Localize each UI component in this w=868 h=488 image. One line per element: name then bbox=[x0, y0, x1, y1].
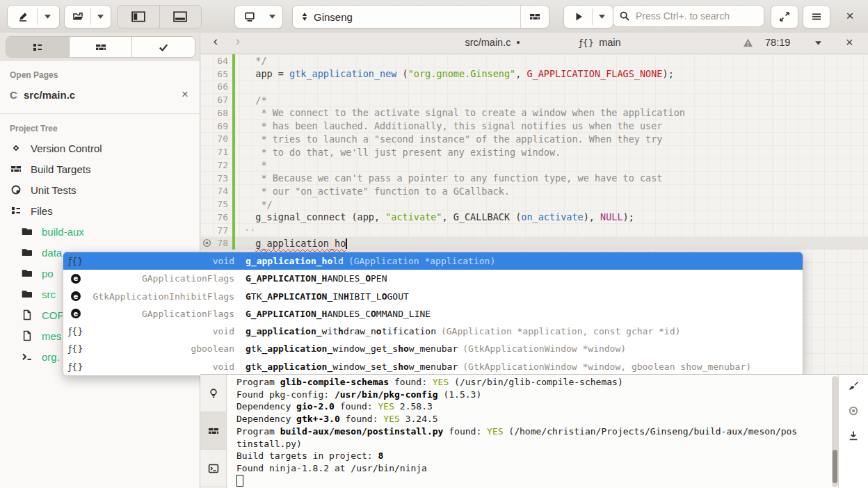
code-line[interactable]: 68 * We connect to the activate signal t… bbox=[200, 106, 868, 120]
code-line[interactable]: 74 * our "on_activate" function to a GCa… bbox=[200, 185, 868, 198]
output-line: Found ninja-1.8.2 at /usr/bin/ninja bbox=[236, 462, 807, 475]
bottom-tab-terminal[interactable] bbox=[200, 450, 226, 487]
line-number[interactable]: 66 bbox=[200, 81, 228, 92]
code-line[interactable]: 78 g_application_ho bbox=[200, 237, 868, 250]
line-number[interactable]: 69 bbox=[200, 121, 228, 131]
diagnostic-dot-icon bbox=[202, 238, 211, 250]
completion-item[interactable]: eGApplicationFlagsG_APPLICATION_HANDLES_… bbox=[63, 305, 803, 323]
menu-button[interactable] bbox=[803, 5, 830, 29]
code-line[interactable]: 73 * Because we can't pass a pointer to … bbox=[200, 172, 868, 185]
cursor-position[interactable]: 78:19 bbox=[765, 37, 790, 48]
run-button[interactable] bbox=[565, 6, 592, 28]
download-icon[interactable] bbox=[848, 430, 859, 441]
code-line[interactable]: 66 bbox=[200, 81, 868, 94]
open-document-split-button[interactable] bbox=[64, 5, 111, 29]
git-icon bbox=[10, 143, 22, 154]
function-badge-icon: ƒ{} bbox=[579, 38, 594, 48]
build-button[interactable] bbox=[520, 6, 549, 28]
panel-toggles bbox=[117, 5, 202, 29]
record-icon[interactable] bbox=[848, 405, 859, 416]
open-page-item[interactable]: C src/main.c × bbox=[0, 84, 200, 105]
nav-forward-button[interactable]: › bbox=[231, 33, 245, 49]
sidebar-item-files[interactable]: Files bbox=[0, 200, 200, 221]
line-number[interactable]: 76 bbox=[200, 212, 228, 222]
edit-split-button[interactable] bbox=[7, 5, 60, 29]
code-segment: ), bbox=[584, 211, 600, 222]
code-line[interactable]: 77·· bbox=[200, 224, 868, 237]
toggle-bottom-panel-button[interactable] bbox=[160, 6, 202, 28]
tab-build-panel[interactable] bbox=[70, 37, 133, 57]
code-line[interactable]: 76 g_signal_connect (app, "activate", G_… bbox=[200, 211, 868, 224]
fullscreen-button[interactable] bbox=[771, 5, 798, 29]
lightbulb-icon bbox=[208, 388, 219, 399]
tree-item-label: Build Targets bbox=[31, 163, 90, 175]
window-close-button[interactable]: × bbox=[840, 6, 860, 26]
completion-item[interactable]: ƒ{}gbooleangtk_application_window_get_sh… bbox=[63, 340, 803, 357]
scrollbar[interactable] bbox=[832, 376, 838, 487]
global-search[interactable] bbox=[613, 5, 764, 27]
bottom-tab-lightbulb[interactable] bbox=[200, 375, 226, 412]
search-input[interactable] bbox=[634, 10, 755, 22]
code-segment: NULL bbox=[600, 211, 623, 222]
device-selector-button[interactable] bbox=[234, 5, 283, 29]
code-line[interactable]: 70 * tries to launch a "second instance"… bbox=[200, 133, 868, 146]
line-number[interactable]: 74 bbox=[200, 186, 228, 196]
output-segment: YES bbox=[383, 414, 399, 424]
scrollbar-thumb[interactable] bbox=[833, 450, 837, 483]
chevron-down-icon[interactable] bbox=[97, 15, 104, 19]
omnibar[interactable]: Ginseng bbox=[292, 5, 549, 29]
return-type: gboolean bbox=[83, 343, 234, 354]
code-line[interactable]: 64 */ bbox=[200, 54, 868, 67]
sidebar-item-version-control[interactable]: Version Control bbox=[0, 138, 200, 158]
symbol-selector[interactable]: ƒ{} main bbox=[579, 37, 621, 48]
line-number[interactable]: 68 bbox=[200, 108, 228, 118]
sidebar-item-unit-tests[interactable]: Unit Tests bbox=[0, 179, 200, 200]
completion-item[interactable]: eGApplicationFlagsG_APPLICATION_HANDLES_… bbox=[63, 270, 803, 287]
line-number[interactable]: 71 bbox=[200, 147, 228, 157]
device-monitor-icon bbox=[244, 11, 255, 22]
line-number[interactable]: 70 bbox=[200, 133, 228, 144]
output-segment: found: bbox=[335, 401, 378, 412]
line-number[interactable]: 65 bbox=[200, 69, 228, 79]
completion-item[interactable]: ƒ{}voidg_application_hold(GApplication *… bbox=[63, 252, 803, 270]
run-options-button[interactable] bbox=[593, 6, 612, 28]
line-number[interactable]: 77 bbox=[200, 225, 228, 236]
sidebar-item-build-targets[interactable]: Build Targets bbox=[0, 158, 200, 179]
tree-file-item[interactable]: build-aux bbox=[0, 221, 200, 242]
warning-icon[interactable] bbox=[743, 38, 753, 48]
return-type: GtkApplicationInhibitFlags bbox=[83, 291, 234, 302]
play-icon bbox=[573, 11, 584, 22]
toggle-left-panel-button[interactable] bbox=[118, 6, 159, 28]
output-line: Dependency gio-2.0 found: YES 2.58.3 bbox=[236, 400, 807, 413]
completion-item[interactable]: ƒ{}voidgtk_application_window_set_show_m… bbox=[63, 358, 803, 375]
code-line[interactable]: 67 /* bbox=[200, 93, 868, 106]
line-number[interactable]: 64 bbox=[200, 56, 228, 66]
code-line[interactable]: 75 */ bbox=[200, 197, 868, 211]
chevron-down-icon[interactable] bbox=[45, 15, 51, 19]
output-segment: YES bbox=[433, 377, 449, 387]
code-line[interactable]: 72 * bbox=[200, 158, 868, 172]
tab-checks-panel[interactable] bbox=[132, 37, 195, 57]
current-symbol: main bbox=[599, 37, 620, 48]
completion-item[interactable]: ƒ{}voidg_application_withdraw_notificati… bbox=[63, 323, 803, 340]
tab-project-panel[interactable] bbox=[6, 37, 70, 57]
code-line[interactable]: 71 * to do that, we'll just present any … bbox=[200, 145, 868, 158]
line-number[interactable]: 72 bbox=[200, 160, 228, 170]
output-segment: gtk+-3.0 bbox=[296, 414, 340, 424]
line-number[interactable]: 67 bbox=[200, 95, 228, 105]
bottom-tab-bricks[interactable] bbox=[200, 412, 226, 450]
symbol-params: (GApplication *application, const gchar … bbox=[441, 326, 680, 336]
output-segment: YES bbox=[378, 401, 394, 412]
completion-item[interactable]: eGtkApplicationInhibitFlagsGTK_APPLICATI… bbox=[63, 288, 803, 305]
return-type: void bbox=[83, 256, 234, 266]
line-number[interactable]: 75 bbox=[200, 199, 228, 209]
code-line[interactable]: 65 app = gtk_application_new ("org.gnome… bbox=[200, 67, 868, 81]
nav-back-button[interactable]: ‹ bbox=[209, 33, 223, 49]
line-number[interactable]: 73 bbox=[200, 173, 228, 184]
brush-icon[interactable] bbox=[848, 380, 859, 391]
close-editor-icon[interactable]: × bbox=[846, 35, 853, 50]
code-line[interactable]: 69 * has been lauched. Additionally, thi… bbox=[200, 120, 868, 133]
chevron-down-icon[interactable] bbox=[815, 41, 821, 45]
close-page-icon[interactable]: × bbox=[182, 88, 188, 101]
run-split-button[interactable] bbox=[563, 5, 613, 29]
